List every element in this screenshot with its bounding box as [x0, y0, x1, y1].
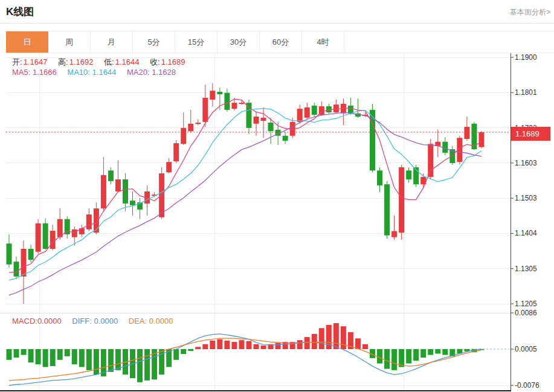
candle[interactable] — [195, 123, 201, 124]
candle[interactable] — [406, 170, 411, 179]
candle[interactable] — [210, 91, 215, 100]
macd-bar[interactable] — [50, 349, 56, 366]
candle[interactable] — [478, 132, 484, 147]
candle[interactable] — [261, 118, 266, 121]
macd-bar[interactable] — [355, 338, 361, 349]
candle[interactable] — [464, 127, 469, 139]
macd-bar[interactable] — [7, 349, 12, 360]
macd-bar[interactable] — [72, 349, 77, 364]
macd-bar[interactable] — [36, 349, 41, 364]
candle[interactable] — [130, 201, 135, 205]
candle[interactable] — [304, 108, 310, 118]
candle[interactable] — [377, 170, 382, 185]
candle[interactable] — [348, 106, 353, 114]
macd-bar[interactable] — [137, 349, 143, 382]
candle[interactable] — [123, 179, 128, 204]
candle[interactable] — [159, 173, 164, 217]
ohlc-readout: 开:1.1647 高:1.1692 低:1.1644 收:1.1689 — [12, 57, 193, 68]
macd-bar[interactable] — [115, 349, 121, 370]
macd-bar[interactable] — [413, 349, 419, 361]
candle[interactable] — [246, 103, 251, 128]
macd-bar[interactable] — [341, 326, 346, 349]
candle[interactable] — [57, 219, 63, 237]
candle[interactable] — [224, 93, 230, 110]
candle[interactable] — [239, 103, 244, 104]
candle[interactable] — [391, 231, 397, 237]
macd-bar[interactable] — [442, 349, 448, 355]
macd-bar[interactable] — [28, 349, 34, 362]
macd-bar[interactable] — [210, 341, 215, 349]
candle[interactable] — [399, 167, 404, 233]
macd-bar[interactable] — [297, 340, 303, 349]
macd-bar[interactable] — [181, 349, 186, 354]
macd-bar[interactable] — [254, 344, 259, 349]
macd-bar[interactable] — [435, 349, 440, 353]
candle[interactable] — [28, 249, 34, 260]
macd-bar[interactable] — [202, 344, 208, 349]
candle[interactable] — [36, 223, 41, 252]
macd-bar[interactable] — [108, 349, 114, 372]
macd-bar[interactable] — [65, 349, 70, 356]
price-axis-label: 1.1603 — [515, 159, 537, 167]
candle[interactable] — [7, 243, 12, 265]
candle[interactable] — [50, 231, 56, 249]
price-axis-label: 1.1404 — [515, 229, 537, 237]
candle[interactable] — [181, 128, 186, 144]
candle[interactable] — [254, 117, 259, 124]
candle[interactable] — [231, 103, 237, 109]
macd-bar[interactable] — [14, 349, 19, 358]
candle[interactable] — [101, 175, 106, 208]
macd-bar[interactable] — [304, 337, 310, 349]
macd-bar[interactable] — [377, 349, 382, 364]
macd-bar[interactable] — [239, 340, 244, 349]
macd-bar[interactable] — [406, 349, 411, 364]
candle[interactable] — [108, 170, 114, 181]
macd-bar[interactable] — [173, 349, 179, 360]
candle[interactable] — [72, 230, 77, 237]
candle[interactable] — [173, 143, 179, 161]
candle[interactable] — [268, 123, 274, 131]
high-label: 高: — [58, 57, 68, 66]
macd-bar[interactable] — [275, 343, 281, 349]
macd-bar[interactable] — [246, 341, 251, 349]
macd-bar[interactable] — [57, 349, 63, 360]
macd-bar[interactable] — [391, 349, 397, 370]
macd-bar[interactable] — [362, 344, 368, 349]
candle[interactable] — [297, 109, 303, 122]
macd-bar[interactable] — [319, 328, 324, 349]
macd-bar[interactable] — [231, 342, 237, 349]
candle[interactable] — [115, 179, 121, 191]
macd-bar[interactable] — [43, 349, 48, 367]
macd-bar[interactable] — [312, 334, 317, 349]
candle[interactable] — [21, 249, 27, 277]
macd-bar[interactable] — [224, 341, 230, 349]
candle[interactable] — [43, 223, 48, 249]
candle[interactable] — [86, 214, 92, 230]
candle[interactable] — [166, 162, 172, 172]
candle[interactable] — [217, 92, 222, 94]
candle[interactable] — [188, 124, 193, 131]
macd-bar[interactable] — [188, 349, 193, 351]
macd-bar[interactable] — [428, 349, 433, 355]
macd-bar[interactable] — [94, 349, 99, 374]
macd-bar[interactable] — [333, 323, 339, 349]
ma10-line — [9, 108, 482, 280]
candle[interactable] — [65, 219, 70, 234]
macd-bar[interactable] — [86, 349, 92, 370]
macd-bar[interactable] — [195, 347, 201, 349]
candle[interactable] — [428, 144, 433, 177]
candle[interactable] — [202, 98, 208, 122]
candle[interactable] — [14, 262, 19, 277]
macd-bar[interactable] — [420, 349, 426, 358]
macd-bar[interactable] — [384, 349, 390, 369]
macd-bar[interactable] — [79, 349, 85, 367]
macd-bar[interactable] — [399, 349, 404, 367]
candle[interactable] — [283, 136, 288, 141]
macd-bar[interactable] — [217, 339, 222, 349]
candle[interactable] — [384, 184, 390, 236]
macd-bar[interactable] — [21, 349, 27, 355]
macd-bar[interactable] — [144, 349, 150, 381]
candle[interactable] — [312, 106, 317, 115]
macd-bar[interactable] — [261, 345, 266, 349]
candle[interactable] — [333, 104, 339, 112]
